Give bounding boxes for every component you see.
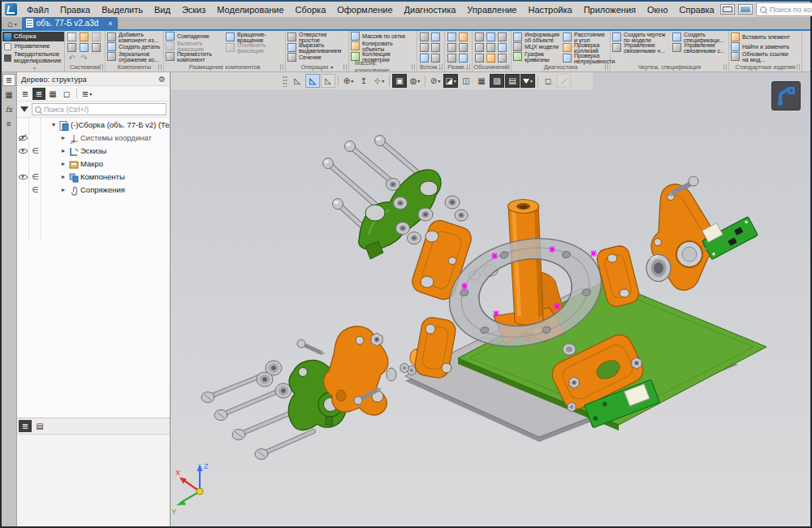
create-spec-button[interactable]: Создать спецификаци...: [672, 32, 726, 42]
menu-edit[interactable]: Правка: [54, 4, 96, 15]
group-resize-handle[interactable]: [797, 64, 800, 70]
open-icon[interactable]: [80, 32, 89, 41]
dim-note-icon[interactable]: [459, 54, 468, 63]
rotation-rotation-button[interactable]: Вращение-вращение: [226, 32, 283, 42]
boss-block[interactable]: [410, 316, 457, 379]
group-resize-handle[interactable]: [280, 64, 283, 70]
simple-hole-button[interactable]: Отверстие простое: [287, 32, 347, 42]
update-links-button[interactable]: Обновить ссылки на мод...: [731, 51, 794, 62]
toolbar-grip[interactable]: [283, 76, 287, 87]
orientation-cube-button[interactable]: [771, 81, 801, 110]
symbol-tolerance-icon[interactable]: [475, 43, 484, 52]
display-mode-button[interactable]: ◍▾: [408, 74, 422, 88]
mirror-component-button[interactable]: Зеркальное отражение ко...: [107, 51, 162, 62]
tree-search-input[interactable]: Поиск (Ctrl+/): [32, 103, 166, 115]
copy-objects-button[interactable]: Копировать объекты: [351, 41, 414, 51]
menu-applications[interactable]: Приложения: [578, 4, 641, 15]
strip-parameters-button[interactable]: ▦: [2, 89, 15, 101]
grid-display-button[interactable]: ▦: [474, 74, 489, 88]
tree-item-sketches[interactable]: ∈ ▸ Эскизы: [17, 144, 170, 157]
home-button[interactable]: ⌂ ▾: [4, 18, 20, 29]
enable-fixation-button[interactable]: Включить фиксацию: [166, 41, 224, 51]
redo-icon[interactable]: ↷: [80, 54, 89, 63]
tree-item-mates[interactable]: ∈ ▸ Сопряжения: [17, 183, 170, 196]
undo-icon[interactable]: ↶: [67, 54, 76, 63]
tree-item-coordinate-systems[interactable]: ▸ Системы координат: [17, 131, 170, 144]
aux-spline-icon[interactable]: [420, 54, 429, 63]
panel-gear-icon[interactable]: ⚙: [158, 75, 166, 84]
menu-layout[interactable]: Оформление: [331, 4, 398, 15]
menu-management[interactable]: Управление: [461, 4, 522, 15]
symbol-axis-icon[interactable]: [498, 54, 507, 63]
visibility-off-icon[interactable]: [19, 133, 28, 141]
dim-linear-icon[interactable]: [447, 32, 456, 41]
collapse-icon[interactable]: ▸: [59, 134, 67, 141]
group-resize-handle[interactable]: [723, 64, 727, 70]
tree-selection-button[interactable]: ◻: [60, 88, 73, 100]
filter-button[interactable]: ▾: [520, 74, 535, 88]
symbol-mark-icon[interactable]: [486, 43, 495, 52]
menu-settings[interactable]: Настройка: [522, 4, 577, 15]
screenshot-button[interactable]: [738, 4, 753, 15]
find-replace-button[interactable]: Найти и заменить: [731, 41, 794, 51]
group-resize-handle[interactable]: [467, 64, 470, 70]
document-tab[interactable]: объ. 77-Б v2.a3d ×: [22, 17, 118, 29]
strip-tree-button[interactable]: ≣: [2, 74, 15, 86]
collision-check-button[interactable]: Проверка коллизий: [563, 42, 608, 53]
collapse-icon[interactable]: ▸: [59, 147, 67, 154]
tree-structure-button[interactable]: ≣: [19, 88, 32, 100]
cut-extrude-button[interactable]: Вырезать выдавливанием: [287, 42, 347, 53]
preview-icon[interactable]: [80, 43, 89, 52]
tree-item-root[interactable]: ▾ (-)Сборка (объ. 77-Б v2) (Тел-0, Сбор: [17, 118, 170, 131]
in-assembly-icon[interactable]: ∈: [32, 172, 39, 181]
menu-window[interactable]: Окно: [641, 4, 674, 15]
dim-radial-icon[interactable]: [447, 43, 456, 52]
create-drawing-button[interactable]: Создать чертеж по модели: [612, 32, 671, 42]
disable-fixation-button[interactable]: Отключить фиксацию: [226, 42, 283, 53]
sketch-pen-button[interactable]: [556, 74, 571, 88]
split-view-button[interactable]: ◫: [459, 74, 473, 88]
symbol-roughness-icon[interactable]: [475, 32, 484, 41]
hide-objects-button[interactable]: ⊘▾: [428, 74, 443, 88]
command-search-input[interactable]: Поиск по командам (Alt+/): [756, 2, 812, 16]
hex-nut-a[interactable]: [371, 333, 382, 346]
tree-item-components[interactable]: ∈ ▸ Компоненты: [17, 170, 170, 183]
group-resize-handle[interactable]: [439, 64, 443, 70]
tab-close-icon[interactable]: ×: [108, 19, 112, 28]
bearing-right[interactable]: [646, 255, 671, 282]
axes-orientation-button[interactable]: ⊹▾: [372, 74, 387, 88]
section-view-button[interactable]: ◪▾: [443, 74, 458, 88]
symbol-arrow-icon[interactable]: [486, 54, 495, 63]
collapse-icon[interactable]: ▸: [59, 186, 67, 193]
insert-element-button[interactable]: Вставить элемент: [731, 32, 794, 41]
menu-assembly[interactable]: Сборка: [290, 4, 332, 15]
collapse-icon[interactable]: ▸: [59, 173, 67, 180]
menu-select[interactable]: Выделить: [96, 4, 149, 15]
document-properties-icon[interactable]: [92, 43, 101, 52]
mode-assembly[interactable]: Сборка: [2, 32, 64, 41]
aux-point-icon[interactable]: [420, 32, 429, 41]
tree-relations-button[interactable]: ▦: [46, 88, 59, 100]
footer-list-view-button[interactable]: ▤: [33, 420, 46, 432]
expand-icon[interactable]: ▾: [50, 121, 58, 128]
dim-diametral-icon[interactable]: [459, 43, 468, 52]
collapse-icon[interactable]: ▿: [33, 65, 36, 71]
symbol-base-icon[interactable]: [475, 54, 484, 63]
in-assembly-icon[interactable]: ∈: [32, 146, 39, 155]
window-layout-button[interactable]: [720, 4, 735, 15]
group-resize-handle[interactable]: [100, 64, 103, 70]
aux-curve-icon[interactable]: [431, 54, 440, 63]
strip-variables-button[interactable]: fx: [2, 103, 15, 115]
manage-linked-drawings-button[interactable]: Управление связанными ч...: [612, 42, 671, 53]
add-component-button[interactable]: Добавить компонент из...: [107, 32, 162, 42]
in-assembly-icon[interactable]: ∈: [32, 185, 39, 194]
menu-help[interactable]: Справка: [674, 4, 720, 15]
frame-select-button[interactable]: ◻: [541, 74, 555, 88]
strip-menu-button[interactable]: ≡: [2, 118, 15, 130]
manage-linked-specs-button[interactable]: Управление связанными с...: [672, 42, 726, 53]
object-info-button[interactable]: Информация об объекте: [513, 32, 561, 42]
aux-plane-icon[interactable]: [420, 43, 429, 52]
new-document-icon[interactable]: [67, 32, 76, 41]
group-resize-handle[interactable]: [412, 64, 415, 70]
group-resize-handle[interactable]: [158, 64, 162, 70]
